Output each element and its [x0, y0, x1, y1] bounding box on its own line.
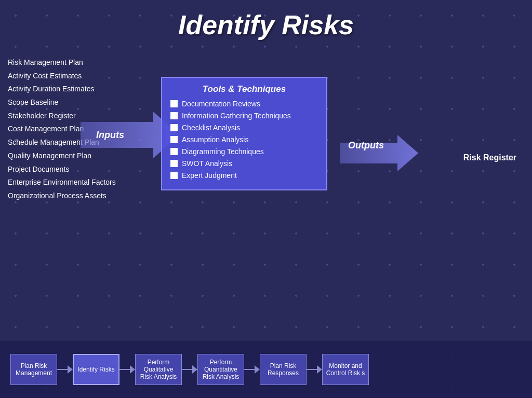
tools-item-label: Documentation Reviews	[182, 100, 260, 108]
workflow-step-2[interactable]: Perform Qualitative Risk Analysis	[135, 354, 182, 385]
input-item: Enterprise Environmental Factors	[8, 177, 116, 188]
tools-item-label: Diagramming Techniques	[182, 147, 264, 156]
workflow-step-5[interactable]: Monitor and Control Risk s	[322, 354, 369, 385]
checkbox-icon	[170, 100, 178, 107]
workflow-item: Perform Qualitative Risk Analysis	[135, 354, 197, 385]
outputs-arrow	[340, 132, 423, 174]
checkbox-icon	[170, 172, 178, 179]
tools-item: Documentation Reviews	[170, 100, 318, 108]
input-item: Activity Duration Estimates	[8, 84, 116, 95]
input-item: Risk Management Plan	[8, 57, 116, 68]
workflow-item: Perform Quantitative Risk Analysis	[197, 354, 260, 385]
input-item: Activity Cost Estimates	[8, 71, 116, 82]
risk-register-label: Risk Register	[463, 153, 516, 162]
workflow-item: Monitor and Control Risk s	[322, 354, 369, 385]
tools-item-label: Information Gathering Techniques	[182, 112, 291, 120]
workflow-step-3[interactable]: Perform Quantitative Risk Analysis	[197, 354, 244, 385]
inputs-label: Inputs	[96, 130, 124, 141]
workflow-item: Plan Risk Responses	[260, 354, 322, 385]
tools-item: Assumption Analysis	[170, 135, 318, 144]
tools-item: SWOT Analysis	[170, 159, 318, 168]
checkbox-icon	[170, 148, 178, 155]
workflow-arrow-2	[182, 364, 197, 375]
checkbox-icon	[170, 160, 178, 167]
tools-title: Tools & Techniques	[170, 84, 318, 94]
workflow-arrow-3	[244, 364, 260, 375]
workflow-item: Plan Risk Management	[10, 354, 73, 385]
input-item: Project Documents	[8, 164, 116, 175]
tools-item-label: SWOT Analysis	[182, 159, 232, 168]
workflow-step-4[interactable]: Plan Risk Responses	[260, 354, 307, 385]
workflow-arrow-4	[307, 364, 322, 375]
input-item: Scope Baseline	[8, 97, 116, 108]
outputs-label: Outputs	[348, 140, 384, 151]
workflow-arrow-0	[57, 364, 73, 375]
workflow-arrow-1	[119, 364, 135, 375]
workflow-item: Identify Risks	[73, 354, 135, 385]
tools-item: Information Gathering Techniques	[170, 112, 318, 120]
input-item: Organizational Process Assets	[8, 190, 116, 202]
workflow-step-1[interactable]: Identify Risks	[73, 354, 119, 385]
checkbox-icon	[170, 124, 178, 131]
checkbox-icon	[170, 112, 178, 119]
workflow-step-0[interactable]: Plan Risk Management	[10, 354, 57, 385]
tools-techniques-box: Tools & Techniques Documentation Reviews…	[161, 77, 327, 190]
tools-item: Checklist Analysis	[170, 123, 318, 132]
checkbox-icon	[170, 136, 178, 143]
workflow-bar: Plan Risk ManagementIdentify RisksPerfor…	[0, 341, 532, 398]
tools-item: Expert Judgment	[170, 171, 318, 180]
tools-item: Diagramming Techniques	[170, 147, 318, 156]
tools-item-label: Assumption Analysis	[182, 135, 248, 144]
tools-item-label: Expert Judgment	[182, 171, 237, 180]
tools-item-label: Checklist Analysis	[182, 123, 240, 132]
main-content: Identify Risks Risk Management PlanActiv…	[0, 0, 532, 398]
